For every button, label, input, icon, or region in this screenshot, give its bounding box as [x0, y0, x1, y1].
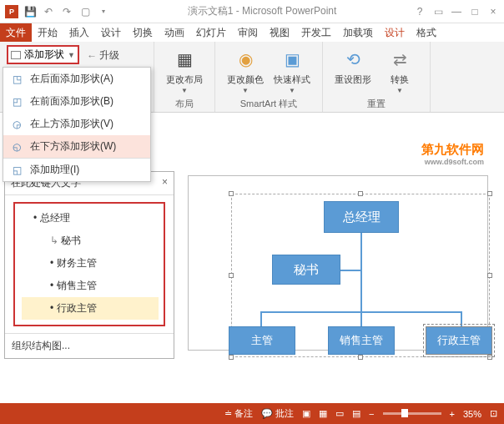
- tab-design[interactable]: 设计: [95, 23, 127, 43]
- tab-developer[interactable]: 开发工: [295, 23, 337, 43]
- chevron-down-icon: ▼: [68, 51, 75, 59]
- color-icon: ◉: [232, 47, 259, 72]
- view-reading-icon[interactable]: ▭: [335, 408, 344, 419]
- tab-insert[interactable]: 插入: [63, 23, 95, 43]
- fit-icon[interactable]: ⊡: [490, 408, 497, 419]
- highlight-box: 总经理 秘书 财务主管 销售主管 行政主管: [13, 202, 165, 326]
- slide-canvas: 第九软件网 www.d9soft.com 总经理 秘书 主管 销售主管 行政主管: [138, 134, 501, 401]
- menu-add-after[interactable]: ◳在后面添加形状(A): [3, 68, 150, 90]
- outline-node-c2[interactable]: 销售主管: [22, 275, 159, 297]
- window-title: 演示文稿1 - Microsoft PowerPoint: [110, 4, 414, 18]
- tab-slideshow[interactable]: 幻灯片: [190, 23, 232, 43]
- org-node-assistant[interactable]: 秘书: [272, 255, 340, 285]
- assistant-icon: ◱: [10, 164, 23, 177]
- reset-button[interactable]: ⟲ 重设图形: [330, 45, 376, 94]
- zoom-out-icon[interactable]: −: [369, 409, 374, 419]
- add-shape-label: 添加形状: [24, 48, 64, 62]
- org-node-c2[interactable]: 销售主管: [328, 326, 395, 355]
- group-label-reset: 重置: [330, 98, 423, 110]
- main-tabs: 文件 开始 插入 设计 切换 动画 幻灯片 审阅 视图 开发工 加载项 设计 格…: [0, 23, 504, 42]
- zoom-in-icon[interactable]: +: [450, 409, 455, 419]
- tab-review[interactable]: 审阅: [232, 23, 264, 43]
- menu-add-before[interactable]: ◰在前面添加形状(B): [3, 90, 150, 113]
- ribbon-options-icon[interactable]: ▭: [432, 6, 444, 18]
- add-shape-dropdown: ◳在后面添加形状(A) ◰在前面添加形状(B) ◶在上方添加形状(V) ◵在下方…: [3, 67, 151, 182]
- close-icon[interactable]: ×: [487, 6, 499, 18]
- tab-smartart-design[interactable]: 设计: [379, 23, 411, 43]
- tab-view[interactable]: 视图: [264, 23, 295, 43]
- menu-add-assistant[interactable]: ◱添加助理(I): [3, 158, 150, 181]
- group-label-smartart: SmartArt 样式: [222, 98, 315, 110]
- save-icon[interactable]: 💾: [23, 5, 37, 18]
- help-icon[interactable]: ?: [414, 6, 426, 18]
- change-color-button[interactable]: ◉ 更改颜色 ▼: [222, 45, 269, 94]
- start-icon[interactable]: ▢: [78, 5, 92, 18]
- outline-node-c3[interactable]: 行政主管: [22, 297, 159, 320]
- menu-add-below[interactable]: ◵在下方添加形状(W): [3, 135, 150, 158]
- view-normal-icon[interactable]: ▣: [302, 408, 310, 419]
- text-pane: 在此处键入文字 × 总经理 秘书 财务主管 销售主管 行政主管 组织结构图...: [4, 171, 174, 359]
- zoom-level[interactable]: 35%: [463, 409, 481, 419]
- outline-node-c1[interactable]: 财务主管: [22, 252, 159, 275]
- watermark: 第九软件网 www.d9soft.com: [421, 142, 484, 166]
- convert-icon: ⇄: [386, 47, 413, 72]
- status-bar: ≐ 备注 💬 批注 ▣ ▦ ▭ ▤ − + 35% ⊡: [0, 403, 504, 424]
- group-label-layout: 布局: [161, 98, 208, 110]
- add-after-icon: ◳: [10, 73, 23, 86]
- tab-home[interactable]: 开始: [32, 23, 63, 43]
- view-sorter-icon[interactable]: ▦: [319, 408, 327, 419]
- org-node-c1[interactable]: 主管: [229, 326, 295, 355]
- tab-transition[interactable]: 切换: [127, 23, 159, 43]
- menu-add-above[interactable]: ◶在上方添加形状(V): [3, 113, 150, 135]
- shape-swatch-icon: [11, 51, 21, 59]
- style-icon: ▣: [279, 47, 305, 72]
- add-before-icon: ◰: [10, 95, 23, 109]
- tab-file[interactable]: 文件: [0, 23, 32, 43]
- text-pane-footer[interactable]: 组织结构图...: [5, 333, 174, 358]
- minimize-icon[interactable]: —: [451, 6, 462, 18]
- org-node-c3[interactable]: 行政主管: [426, 326, 492, 355]
- change-layout-button[interactable]: ▦ 更改布局 ▼: [161, 45, 208, 94]
- outline-node-assistant[interactable]: 秘书: [22, 230, 159, 252]
- add-below-icon: ◵: [10, 140, 23, 154]
- org-node-root[interactable]: 总经理: [324, 201, 399, 233]
- app-icon: P: [5, 5, 18, 18]
- upgrade-button[interactable]: 升级: [87, 48, 119, 63]
- add-above-icon: ◶: [10, 118, 23, 131]
- convert-button[interactable]: ⇄ 转换 ▼: [376, 45, 423, 94]
- reset-icon: ⟲: [340, 47, 366, 72]
- add-shape-button[interactable]: 添加形状 ▼: [7, 45, 79, 64]
- quick-style-button[interactable]: ▣ 快速样式 ▼: [269, 45, 315, 94]
- tab-addins[interactable]: 加载项: [337, 23, 379, 43]
- comments-button[interactable]: 💬 批注: [261, 407, 294, 420]
- outline-node-root[interactable]: 总经理: [22, 207, 159, 230]
- zoom-slider[interactable]: [383, 412, 441, 415]
- smartart-selection[interactable]: 总经理 秘书 主管 销售主管 行政主管: [231, 194, 490, 357]
- tab-animation[interactable]: 动画: [159, 23, 190, 43]
- qat-more-icon[interactable]: ▾: [97, 5, 110, 18]
- text-pane-close-icon[interactable]: ×: [162, 176, 168, 190]
- layout-icon: ▦: [171, 47, 198, 72]
- redo-icon[interactable]: ↷: [60, 5, 73, 18]
- view-slideshow-icon[interactable]: ▤: [352, 408, 360, 419]
- maximize-icon[interactable]: □: [469, 6, 481, 18]
- notes-button[interactable]: ≐ 备注: [224, 407, 253, 420]
- tab-format[interactable]: 格式: [411, 23, 442, 43]
- undo-icon[interactable]: ↶: [42, 5, 55, 18]
